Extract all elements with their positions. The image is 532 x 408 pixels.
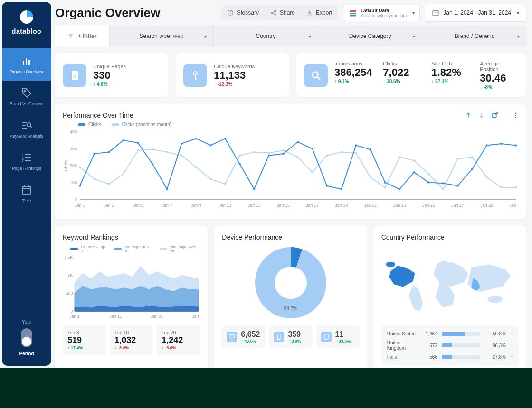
chevron-down-icon: ▾ bbox=[517, 34, 520, 39]
data-source-selector[interactable]: Default Data Click to select your data ▾ bbox=[343, 5, 420, 21]
svg-text:Jan 31: Jan 31 bbox=[192, 314, 200, 319]
sidebar-item-time[interactable]: Time bbox=[2, 177, 51, 210]
svg-text:Jan 5: Jan 5 bbox=[133, 203, 143, 208]
svg-point-129 bbox=[515, 145, 517, 147]
calendar-icon bbox=[432, 9, 439, 17]
svg-rect-27 bbox=[350, 10, 356, 12]
svg-point-107 bbox=[195, 138, 197, 139]
svg-rect-30 bbox=[433, 10, 438, 16]
panel-country-performance: Country Performance bbox=[374, 226, 526, 368]
svg-point-92 bbox=[428, 173, 429, 175]
svg-text:1.5K: 1.5K bbox=[64, 255, 73, 260]
filter-search-type[interactable]: Search type: web ▾ bbox=[109, 26, 214, 46]
filter-brand-generic[interactable]: Brand / Generic ▾ bbox=[422, 26, 526, 46]
page-title: Organic Overview bbox=[55, 6, 217, 20]
svg-point-85 bbox=[326, 155, 328, 157]
svg-text:0: 0 bbox=[70, 309, 73, 314]
main: Organic Overview Glossary Share Export bbox=[53, 0, 532, 368]
share-icon bbox=[270, 9, 277, 16]
panel-performance-over-time: Performance Over Time Clicks Clicks (pre… bbox=[55, 104, 526, 219]
sidebar-item-organic-overview[interactable]: Organic Overview bbox=[2, 48, 51, 81]
svg-text:300: 300 bbox=[70, 147, 77, 151]
ranking-icon: 123 bbox=[21, 152, 32, 163]
svg-text:Jan 17: Jan 17 bbox=[306, 203, 319, 208]
year-period-toggle[interactable]: Year Period bbox=[19, 317, 34, 358]
date-range-selector[interactable]: Jan 1, 2024 - Jan 31, 2024 ▾ bbox=[425, 4, 526, 22]
delta-down: ↓ -12.3% bbox=[214, 82, 255, 87]
svg-text:0: 0 bbox=[75, 197, 77, 202]
svg-point-76 bbox=[195, 167, 197, 168]
glossary-button[interactable]: Glossary bbox=[221, 6, 265, 20]
more-icon[interactable] bbox=[512, 112, 519, 119]
svg-point-74 bbox=[166, 151, 168, 153]
tag-icon bbox=[21, 87, 32, 99]
svg-text:Jan 27: Jan 27 bbox=[451, 203, 464, 208]
svg-line-8 bbox=[30, 126, 32, 128]
svg-point-79 bbox=[238, 155, 240, 157]
export-button[interactable]: Export bbox=[301, 6, 338, 20]
svg-point-7 bbox=[27, 123, 31, 127]
svg-text:Jan 31: Jan 31 bbox=[509, 203, 519, 208]
svg-rect-139 bbox=[229, 335, 235, 338]
svg-text:Jan 21: Jan 21 bbox=[364, 203, 377, 208]
tablet-icon bbox=[321, 332, 332, 342]
svg-point-39 bbox=[313, 72, 318, 77]
sidebar: databloo Organic Overview Brand Vs Gener… bbox=[2, 2, 51, 366]
svg-text:Jan 7: Jan 7 bbox=[162, 203, 172, 208]
svg-point-114 bbox=[297, 141, 299, 143]
svg-point-123 bbox=[428, 182, 429, 184]
page-icon bbox=[63, 64, 86, 87]
svg-point-111 bbox=[253, 188, 255, 190]
svg-rect-32 bbox=[72, 71, 78, 80]
svg-point-147 bbox=[487, 296, 502, 303]
svg-point-81 bbox=[268, 152, 270, 154]
dev-stat-desktop: 6,652↑ 40.6% bbox=[222, 325, 265, 348]
svg-text:200: 200 bbox=[70, 163, 77, 168]
svg-text:Jan 21: Jan 21 bbox=[151, 314, 163, 319]
sidebar-item-keyword-analysis[interactable]: Keyword Analysis bbox=[2, 113, 51, 145]
backdrop-band bbox=[0, 368, 532, 408]
toggle-knob bbox=[21, 328, 32, 347]
svg-point-68 bbox=[79, 167, 81, 168]
search-icon bbox=[304, 64, 328, 87]
svg-point-120 bbox=[384, 182, 386, 184]
svg-line-25 bbox=[273, 11, 275, 12]
filter-device-category[interactable]: Device Category ▾ bbox=[318, 26, 422, 46]
svg-point-98 bbox=[515, 186, 517, 188]
svg-point-71 bbox=[123, 173, 124, 175]
share-button[interactable]: Share bbox=[265, 6, 301, 20]
desktop-icon bbox=[227, 332, 237, 342]
logo: databloo bbox=[12, 9, 41, 35]
export-chart-icon[interactable] bbox=[492, 112, 498, 119]
svg-text:400: 400 bbox=[70, 130, 77, 134]
stat-top20: Top 20 1,242 ↓ -5.6% bbox=[157, 325, 200, 355]
svg-point-95 bbox=[471, 156, 473, 158]
chart-tools bbox=[465, 111, 519, 119]
svg-point-127 bbox=[486, 145, 488, 147]
calendar-icon bbox=[21, 184, 32, 195]
svg-point-44 bbox=[515, 117, 516, 118]
sort-asc-icon[interactable] bbox=[465, 112, 472, 119]
svg-text:Jan 1: Jan 1 bbox=[69, 314, 79, 319]
svg-text:500: 500 bbox=[66, 291, 73, 296]
svg-point-125 bbox=[456, 185, 458, 187]
svg-point-80 bbox=[253, 151, 255, 153]
chevron-down-icon: ▾ bbox=[309, 34, 311, 39]
sidebar-item-page-rankings[interactable]: 123 Page Rankings bbox=[2, 145, 51, 177]
svg-point-96 bbox=[486, 176, 488, 178]
sort-desc-icon[interactable] bbox=[478, 112, 485, 119]
card-unique-keywords: Unique Keywords 11,133 ↓ -12.3% bbox=[176, 53, 289, 97]
filter-country[interactable]: Country ▾ bbox=[213, 26, 318, 46]
svg-point-73 bbox=[152, 148, 153, 150]
sidebar-item-brand-vs-generic[interactable]: Brand Vs Generic bbox=[2, 81, 51, 113]
svg-text:Jan 13: Jan 13 bbox=[248, 203, 261, 208]
add-filter-button[interactable]: + Filter bbox=[55, 26, 109, 46]
svg-text:100: 100 bbox=[70, 180, 77, 185]
svg-text:Jan 15: Jan 15 bbox=[277, 203, 290, 208]
info-icon bbox=[227, 9, 234, 16]
svg-point-122 bbox=[413, 171, 415, 173]
stat-top3: Top 3 519 ↑ 17.4% bbox=[63, 325, 106, 355]
svg-point-78 bbox=[224, 183, 226, 185]
svg-point-87 bbox=[355, 152, 357, 154]
dev-stat-mobile: 359↑ 8.8% bbox=[269, 325, 312, 348]
